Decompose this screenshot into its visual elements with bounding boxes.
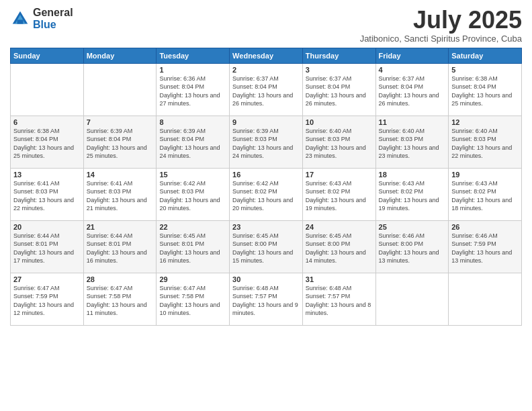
calendar-cell: 31Sunrise: 6:48 AM Sunset: 7:57 PM Dayli… [302,273,375,325]
day-number: 28 [87,275,154,283]
calendar-cell: 27Sunrise: 6:47 AM Sunset: 7:59 PM Dayli… [11,273,84,325]
calendar-cell: 14Sunrise: 6:41 AM Sunset: 8:03 PM Dayli… [83,168,157,220]
day-info: Sunrise: 6:46 AM Sunset: 7:59 PM Dayligh… [451,232,519,265]
calendar-cell: 9Sunrise: 6:39 AM Sunset: 8:03 PM Daylig… [230,116,303,168]
page: General Blue July 2025 Jatibonico, Sanct… [0,0,532,411]
day-info: Sunrise: 6:45 AM Sunset: 8:00 PM Dayligh… [232,232,300,265]
week-row-1: 1Sunrise: 6:36 AM Sunset: 8:04 PM Daylig… [11,63,522,116]
day-number: 9 [232,118,300,126]
subtitle: Jatibonico, Sancti Spiritus Province, Cu… [360,34,522,44]
calendar-cell: 25Sunrise: 6:46 AM Sunset: 8:00 PM Dayli… [375,220,449,273]
calendar-cell: 7Sunrise: 6:39 AM Sunset: 8:04 PM Daylig… [83,116,157,168]
day-info: Sunrise: 6:42 AM Sunset: 8:03 PM Dayligh… [159,179,226,213]
calendar-cell [375,273,449,325]
day-number: 30 [232,275,300,283]
day-info: Sunrise: 6:46 AM Sunset: 8:00 PM Dayligh… [379,232,446,265]
day-number: 21 [87,223,154,231]
day-number: 13 [13,171,81,179]
day-info: Sunrise: 6:43 AM Sunset: 8:02 PM Dayligh… [451,179,519,213]
day-number: 8 [159,118,226,126]
day-number: 6 [13,118,81,126]
day-number: 17 [306,171,373,179]
day-number: 10 [306,118,373,126]
calendar-cell: 3Sunrise: 6:37 AM Sunset: 8:04 PM Daylig… [302,63,375,116]
day-number: 5 [451,66,519,74]
logo-blue: Blue [33,19,73,31]
col-monday: Monday [83,48,157,63]
day-info: Sunrise: 6:39 AM Sunset: 8:04 PM Dayligh… [87,127,154,161]
day-number: 25 [379,223,446,231]
day-info: Sunrise: 6:48 AM Sunset: 7:57 PM Dayligh… [232,284,300,318]
day-info: Sunrise: 6:40 AM Sunset: 8:03 PM Dayligh… [379,127,446,161]
calendar-cell [11,63,84,116]
calendar-cell: 15Sunrise: 6:42 AM Sunset: 8:03 PM Dayli… [157,168,230,220]
day-number: 16 [232,171,300,179]
day-info: Sunrise: 6:39 AM Sunset: 8:04 PM Dayligh… [159,127,226,161]
calendar-cell: 22Sunrise: 6:45 AM Sunset: 8:01 PM Dayli… [157,220,230,273]
day-info: Sunrise: 6:44 AM Sunset: 8:01 PM Dayligh… [13,232,81,265]
col-saturday: Saturday [449,48,522,63]
day-info: Sunrise: 6:43 AM Sunset: 8:02 PM Dayligh… [306,179,373,213]
logo: General Blue [10,7,73,30]
calendar-cell: 2Sunrise: 6:37 AM Sunset: 8:04 PM Daylig… [230,63,303,116]
day-info: Sunrise: 6:45 AM Sunset: 8:00 PM Dayligh… [306,232,373,265]
day-info: Sunrise: 6:37 AM Sunset: 8:04 PM Dayligh… [379,75,446,108]
week-row-3: 13Sunrise: 6:41 AM Sunset: 8:03 PM Dayli… [11,168,522,220]
calendar-body: 1Sunrise: 6:36 AM Sunset: 8:04 PM Daylig… [11,63,522,325]
calendar-cell: 18Sunrise: 6:43 AM Sunset: 8:02 PM Dayli… [375,168,449,220]
title-block: July 2025 Jatibonico, Sancti Spiritus Pr… [360,7,522,44]
day-number: 2 [232,66,300,74]
day-info: Sunrise: 6:47 AM Sunset: 7:58 PM Dayligh… [159,284,226,318]
calendar-cell: 13Sunrise: 6:41 AM Sunset: 8:03 PM Dayli… [11,168,84,220]
calendar-cell: 12Sunrise: 6:40 AM Sunset: 8:03 PM Dayli… [449,116,522,168]
day-info: Sunrise: 6:40 AM Sunset: 8:03 PM Dayligh… [451,127,519,161]
week-row-5: 27Sunrise: 6:47 AM Sunset: 7:59 PM Dayli… [11,273,522,325]
day-info: Sunrise: 6:39 AM Sunset: 8:03 PM Dayligh… [232,127,300,161]
col-wednesday: Wednesday [230,48,303,63]
calendar-cell: 29Sunrise: 6:47 AM Sunset: 7:58 PM Dayli… [157,273,230,325]
calendar-cell: 1Sunrise: 6:36 AM Sunset: 8:04 PM Daylig… [157,63,230,116]
day-number: 27 [13,275,81,283]
day-info: Sunrise: 6:41 AM Sunset: 8:03 PM Dayligh… [13,179,81,213]
day-info: Sunrise: 6:40 AM Sunset: 8:03 PM Dayligh… [306,127,373,161]
day-info: Sunrise: 6:37 AM Sunset: 8:04 PM Dayligh… [306,75,373,108]
day-number: 29 [159,275,226,283]
day-number: 31 [306,275,373,283]
day-info: Sunrise: 6:44 AM Sunset: 8:01 PM Dayligh… [87,232,154,265]
calendar-cell: 4Sunrise: 6:37 AM Sunset: 8:04 PM Daylig… [375,63,449,116]
day-number: 7 [87,118,154,126]
calendar-cell: 30Sunrise: 6:48 AM Sunset: 7:57 PM Dayli… [230,273,303,325]
calendar-cell: 8Sunrise: 6:39 AM Sunset: 8:04 PM Daylig… [157,116,230,168]
day-info: Sunrise: 6:38 AM Sunset: 8:04 PM Dayligh… [13,127,81,161]
day-info: Sunrise: 6:36 AM Sunset: 8:04 PM Dayligh… [159,75,226,108]
logo-text: General Blue [33,7,73,30]
day-info: Sunrise: 6:47 AM Sunset: 7:59 PM Dayligh… [13,284,81,318]
calendar-cell: 19Sunrise: 6:43 AM Sunset: 8:02 PM Dayli… [449,168,522,220]
calendar-cell: 24Sunrise: 6:45 AM Sunset: 8:00 PM Dayli… [302,220,375,273]
calendar-cell: 26Sunrise: 6:46 AM Sunset: 7:59 PM Dayli… [449,220,522,273]
header: General Blue July 2025 Jatibonico, Sanct… [10,7,522,44]
day-number: 15 [159,171,226,179]
day-info: Sunrise: 6:38 AM Sunset: 8:04 PM Dayligh… [451,75,519,108]
calendar-table: Sunday Monday Tuesday Wednesday Thursday… [10,48,522,326]
col-tuesday: Tuesday [157,48,230,63]
day-number: 20 [13,223,81,231]
day-number: 26 [451,223,519,231]
calendar-cell: 17Sunrise: 6:43 AM Sunset: 8:02 PM Dayli… [302,168,375,220]
day-number: 4 [379,66,446,74]
day-info: Sunrise: 6:37 AM Sunset: 8:04 PM Dayligh… [232,75,300,108]
day-info: Sunrise: 6:41 AM Sunset: 8:03 PM Dayligh… [87,179,154,213]
col-friday: Friday [375,48,449,63]
day-number: 14 [87,171,154,179]
day-number: 24 [306,223,373,231]
calendar-cell: 28Sunrise: 6:47 AM Sunset: 7:58 PM Dayli… [83,273,157,325]
day-number: 22 [159,223,226,231]
calendar-cell: 23Sunrise: 6:45 AM Sunset: 8:00 PM Dayli… [230,220,303,273]
main-title: July 2025 [360,7,522,34]
calendar-cell [449,273,522,325]
day-number: 23 [232,223,300,231]
header-row: Sunday Monday Tuesday Wednesday Thursday… [11,48,522,63]
calendar-cell: 5Sunrise: 6:38 AM Sunset: 8:04 PM Daylig… [449,63,522,116]
day-number: 19 [451,171,519,179]
calendar-cell: 11Sunrise: 6:40 AM Sunset: 8:03 PM Dayli… [375,116,449,168]
